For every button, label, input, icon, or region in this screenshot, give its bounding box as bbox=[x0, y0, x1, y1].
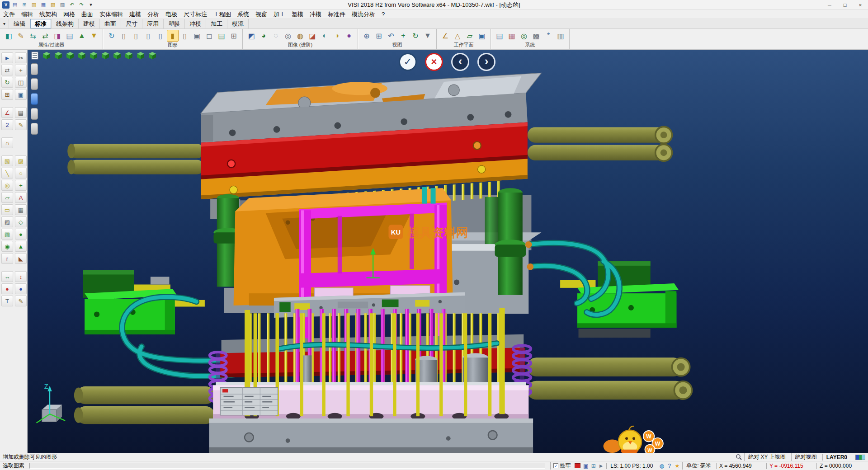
tab-4[interactable]: 建模 bbox=[79, 19, 100, 28]
dynamic-hide-icon[interactable]: ◍ bbox=[294, 30, 306, 42]
color-palette-icon[interactable]: ▦ bbox=[506, 30, 518, 42]
tools-icon[interactable]: T bbox=[1, 296, 13, 306]
zoom-window-icon[interactable]: ⊞ bbox=[373, 30, 385, 42]
screen-icon[interactable]: ▣ bbox=[582, 463, 590, 469]
menu-item-15[interactable]: 塑模 bbox=[288, 10, 307, 19]
tab-dropdown[interactable]: ▾ bbox=[0, 19, 9, 28]
right-view-button[interactable] bbox=[77, 51, 86, 60]
viewport-toggle-3[interactable] bbox=[31, 93, 38, 105]
menu-item-7[interactable]: 建模 bbox=[126, 10, 144, 19]
transparency-icon[interactable]: ◐ bbox=[319, 30, 330, 42]
menu-item-6[interactable]: 实体编辑 bbox=[96, 10, 126, 19]
circle-icon[interactable]: ◎ bbox=[1, 180, 13, 191]
viewport-3d[interactable]: KU 模具资料网 Z bbox=[28, 50, 868, 453]
mold-model-canvas[interactable]: KU 模具资料网 Z bbox=[28, 50, 868, 453]
top-view-button[interactable] bbox=[54, 51, 63, 60]
menu-item-12[interactable]: 系统 bbox=[234, 10, 252, 19]
point-icon[interactable]: + bbox=[15, 180, 27, 191]
left-view-button[interactable] bbox=[89, 51, 98, 60]
rotate-view-icon[interactable]: ↻ bbox=[410, 30, 421, 42]
status-input-area[interactable] bbox=[29, 463, 545, 469]
visible-elements-icon[interactable]: ▮ bbox=[167, 30, 179, 42]
menu-item-16[interactable]: 冲模 bbox=[307, 10, 325, 19]
copy-attributes-icon[interactable]: ⇆ bbox=[27, 30, 39, 42]
workplane-standard-icon[interactable]: ∠ bbox=[439, 30, 451, 42]
tab-7[interactable]: 应用 bbox=[142, 19, 164, 28]
tab-3[interactable]: 线架构 bbox=[52, 19, 79, 28]
print-icon[interactable]: ▨ bbox=[58, 1, 66, 9]
scale-icon[interactable]: ⊞ bbox=[1, 89, 13, 100]
open-folder-icon[interactable]: ▥ bbox=[30, 1, 38, 9]
menu-item-1[interactable]: 文件 bbox=[0, 10, 18, 19]
solid-cylinder-icon[interactable]: ● bbox=[15, 229, 27, 240]
menu-item-10[interactable]: 尺寸标注 bbox=[180, 10, 210, 19]
viewport-toggle-1[interactable] bbox=[31, 63, 38, 75]
render-mode-icon[interactable]: ● bbox=[343, 30, 355, 42]
confirm-button[interactable]: ✓ bbox=[399, 53, 417, 71]
dynamic-move-icon[interactable]: + bbox=[15, 65, 27, 75]
app-logo[interactable]: V bbox=[2, 1, 9, 9]
element-properties-icon[interactable]: ◧ bbox=[3, 30, 14, 42]
translate-icon[interactable]: ⇄ bbox=[1, 65, 13, 75]
zoom-previous-icon[interactable]: ↶ bbox=[385, 30, 397, 42]
highlight-mode-icon[interactable]: ◑ bbox=[331, 30, 343, 42]
shaded-view-button[interactable] bbox=[148, 51, 157, 60]
group-elements-icon[interactable]: ▣ bbox=[191, 30, 203, 42]
pan-view-icon[interactable]: + bbox=[397, 30, 409, 42]
magnifier-icon[interactable] bbox=[736, 454, 742, 461]
close-button[interactable]: × bbox=[853, 0, 868, 9]
help-icon[interactable]: ? bbox=[665, 463, 673, 469]
shaded-mode-icon[interactable]: ◕ bbox=[258, 30, 269, 42]
blank-view-icon[interactable]: ▯ bbox=[118, 30, 130, 42]
plane-icon[interactable]: ◇ bbox=[15, 216, 27, 227]
menu-item-17[interactable]: 标准件 bbox=[325, 10, 349, 19]
element-box-icon[interactable]: ⊞ bbox=[228, 30, 240, 42]
trim-icon[interactable]: ✂ bbox=[15, 52, 27, 63]
tab-5[interactable]: 曲面 bbox=[100, 19, 121, 28]
menu-item-8[interactable]: 分析 bbox=[144, 10, 162, 19]
redo-icon[interactable]: ↷ bbox=[77, 1, 85, 9]
cancel-button[interactable]: × bbox=[425, 53, 443, 71]
hidden-line-mode-icon[interactable]: ◎ bbox=[282, 30, 294, 42]
view-mode[interactable]: 绝对 XY 上视图 bbox=[744, 453, 789, 461]
tab-1[interactable]: 编辑 bbox=[9, 19, 30, 28]
select-icon[interactable]: ► bbox=[1, 52, 13, 63]
isolate-elements-icon[interactable]: ▯ bbox=[155, 30, 166, 42]
clipboard-icon[interactable]: ▤ bbox=[11, 1, 19, 9]
favorite-icon[interactable]: ★ bbox=[673, 463, 681, 469]
line-icon[interactable]: ╲ bbox=[1, 168, 13, 179]
rotate-icon[interactable]: ↻ bbox=[1, 77, 13, 88]
rotate-view-button[interactable] bbox=[136, 51, 145, 60]
layer-color-swatch[interactable] bbox=[855, 455, 865, 460]
hide-elements-icon[interactable]: ▯ bbox=[130, 30, 142, 42]
menu-item-5[interactable]: 曲面 bbox=[78, 10, 96, 19]
show-elements-icon[interactable]: ▯ bbox=[142, 30, 154, 42]
maximize-button[interactable]: □ bbox=[837, 0, 853, 9]
tab-2[interactable]: 标准 bbox=[30, 19, 52, 28]
element-list-button[interactable] bbox=[30, 51, 39, 60]
fillet-icon[interactable]: r bbox=[1, 253, 13, 264]
undo-icon[interactable]: ↶ bbox=[68, 1, 76, 9]
offset-icon[interactable]: ▱ bbox=[1, 192, 13, 203]
grid-settings-icon[interactable]: ▩ bbox=[530, 30, 542, 42]
quick-access-dropdown[interactable]: ▾ bbox=[87, 1, 95, 9]
viewport-toggle-2[interactable] bbox=[31, 78, 38, 90]
element-list-icon[interactable]: ▤ bbox=[216, 30, 227, 42]
snap-settings-icon[interactable]: ◎ bbox=[518, 30, 530, 42]
ungroup-elements-icon[interactable]: ◻ bbox=[203, 30, 215, 42]
menu-item-14[interactable]: 加工 bbox=[270, 10, 288, 19]
filter-type-icon[interactable]: ⇄ bbox=[39, 30, 51, 42]
view-settings-icon[interactable]: ◩ bbox=[245, 30, 257, 42]
iso-back-view-button[interactable] bbox=[124, 51, 133, 60]
import-icon[interactable]: ▧ bbox=[49, 1, 57, 9]
front-view-button[interactable] bbox=[66, 51, 75, 60]
mark-blue-icon[interactable]: ● bbox=[15, 283, 27, 294]
refresh-graphics-icon[interactable]: ↻ bbox=[106, 30, 118, 42]
edit-geometry-icon[interactable]: ✎ bbox=[15, 119, 27, 130]
tab-6[interactable]: 尺寸 bbox=[121, 19, 142, 28]
record-icon[interactable] bbox=[575, 463, 580, 468]
surface-net-icon[interactable]: ▨ bbox=[15, 155, 27, 166]
menu-item-11[interactable]: 工程图 bbox=[210, 10, 234, 19]
minimize-button[interactable]: ─ bbox=[822, 0, 837, 9]
lock-checkbox[interactable]: ✓ 拴牢 bbox=[550, 462, 573, 470]
